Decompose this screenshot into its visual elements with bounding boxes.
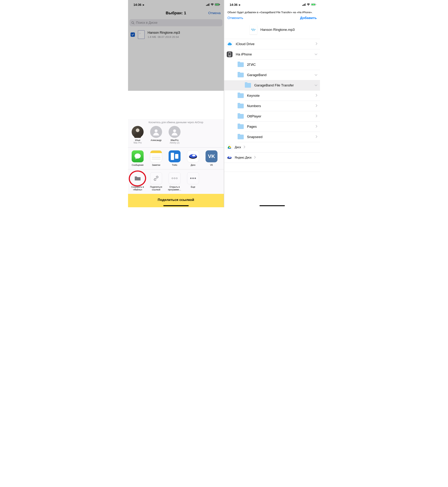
- folder-icon: [238, 104, 244, 108]
- folder-icon: [238, 135, 244, 139]
- more-dots-icon: [187, 172, 199, 184]
- svg-point-22: [194, 178, 196, 179]
- location-icon: ➤: [239, 3, 241, 6]
- share-sheet: Коснитесь для обмена данными через AirDr…: [128, 119, 224, 207]
- chevron-right-icon: [316, 94, 317, 97]
- icloud-drive-row[interactable]: iCloud Drive: [224, 39, 320, 49]
- yandex-disk-icon: [187, 150, 199, 162]
- share-link-action[interactable]: Поделиться ссылкой: [149, 172, 163, 191]
- chevron-right-icon: [316, 104, 317, 108]
- search-input[interactable]: Поиск в Диске: [129, 19, 222, 26]
- location-list: iCloud Drive На iPhone 2ГИС GarageBand: [224, 39, 320, 172]
- search-placeholder: Поиск в Диске: [136, 21, 158, 25]
- file-row[interactable]: Hanson Ringtone.mp3 1.8 МБ 08.07.2019 20…: [128, 27, 224, 42]
- folder-row-garageband-transfer[interactable]: GarageBand File Transfer: [224, 80, 320, 90]
- wifi-icon: [211, 3, 214, 7]
- svg-rect-31: [229, 53, 231, 56]
- folder-icon: [238, 62, 244, 67]
- checkbox-icon[interactable]: [131, 32, 135, 37]
- folder-icon: [238, 124, 244, 129]
- chevron-down-icon: [314, 84, 317, 87]
- right-phone: 14:36 ➤ Объект будет добавлен в «GarageB…: [224, 0, 320, 207]
- yandex-disk-icon: [227, 155, 232, 160]
- airdrop-contacts: Илья Mac Pro Александр iMacPro Alexey (2…: [128, 126, 224, 147]
- cancel-button[interactable]: Отменить: [227, 16, 243, 20]
- share-app-disk[interactable]: Диск: [186, 150, 200, 166]
- svg-point-17: [172, 178, 173, 179]
- svg-point-35: [229, 156, 231, 158]
- status-time: 14:36: [134, 3, 141, 7]
- google-drive-row[interactable]: Диск: [224, 142, 320, 152]
- folder-row-numbers[interactable]: Numbers: [224, 101, 320, 111]
- chevron-down-icon: [314, 73, 317, 77]
- cellular-icon: [206, 3, 210, 7]
- home-indicator[interactable]: [163, 205, 189, 206]
- svg-rect-26: [305, 3, 305, 6]
- airdrop-hint: Коснитесь для обмена данными через AirDr…: [128, 119, 224, 126]
- share-apps: Сообщение Заметки Trello Диск VK VK: [128, 147, 224, 169]
- chevron-right-icon: [254, 156, 256, 159]
- vk-icon: VK: [206, 150, 217, 162]
- audio-file-icon: [249, 25, 257, 34]
- trello-icon: [168, 150, 181, 162]
- cancel-button[interactable]: Отмена: [208, 11, 221, 15]
- svg-point-18: [174, 178, 175, 179]
- airdrop-contact[interactable]: Александр: [149, 126, 163, 144]
- home-indicator[interactable]: [259, 205, 285, 206]
- share-actions: Сохранить в «Файлы» Поделиться ссылкой О…: [128, 169, 224, 194]
- more-dots-outline-icon: [168, 172, 181, 184]
- audio-file-icon: [138, 30, 145, 39]
- cellular-icon: [302, 3, 306, 7]
- svg-point-21: [192, 178, 194, 179]
- share-app-trello[interactable]: Trello: [168, 150, 182, 166]
- chevron-right-icon: [316, 135, 317, 139]
- modal-nav: Отменить Добавить: [224, 15, 320, 24]
- share-app-notes[interactable]: Заметки: [149, 150, 163, 166]
- open-in-action[interactable]: Открыть в программе…: [168, 172, 182, 191]
- file-name: Hanson Ringtone.mp3: [148, 31, 180, 35]
- airdrop-contact[interactable]: Илья Mac Pro: [131, 126, 145, 144]
- icloud-icon: [227, 41, 232, 47]
- airdrop-contact[interactable]: iMacPro Alexey (2): [168, 126, 182, 144]
- share-app-messages[interactable]: Сообщение: [131, 150, 145, 166]
- status-bar-left: 14:36 ➤: [128, 0, 224, 8]
- svg-point-11: [155, 129, 158, 132]
- avatar: [132, 126, 144, 138]
- avatar: [150, 126, 162, 138]
- google-drive-icon: [227, 145, 232, 150]
- folder-icon: [238, 73, 244, 77]
- folder-row-pages[interactable]: Pages: [224, 122, 320, 132]
- messages-icon: [132, 150, 144, 162]
- chevron-right-icon: [316, 114, 317, 118]
- folder-row-2gis[interactable]: 2ГИС: [224, 60, 320, 70]
- svg-point-13: [135, 154, 141, 159]
- share-app-vk[interactable]: VK VK: [204, 150, 219, 166]
- svg-point-32: [229, 56, 230, 56]
- folder-row-ottplayer[interactable]: OttPlayer: [224, 111, 320, 122]
- folder-row-keynote[interactable]: Keynote: [224, 91, 320, 101]
- left-phone: 14:36 ➤ Выбран: 1 Отмена Поиск в Диске: [128, 0, 224, 207]
- more-action[interactable]: Еще: [186, 172, 200, 191]
- svg-point-10: [134, 133, 141, 138]
- folder-icon: [238, 114, 244, 119]
- svg-rect-5: [219, 4, 220, 5]
- folder-row-garageband[interactable]: GarageBand: [224, 70, 320, 80]
- location-icon: ➤: [142, 3, 144, 6]
- search-icon: [131, 21, 135, 24]
- status-bar-right: 14:36 ➤: [224, 0, 320, 8]
- chevron-down-icon: [314, 53, 317, 56]
- folder-row-snapseed[interactable]: Snapseed: [224, 132, 320, 142]
- svg-point-12: [173, 129, 176, 132]
- selection-title: Выбран: 1: [166, 11, 186, 15]
- destination-message: Объект будет добавлен в «GarageBand File…: [224, 8, 320, 15]
- yandex-disk-row[interactable]: Яндекс.Диск: [224, 153, 320, 163]
- svg-point-16: [192, 154, 195, 156]
- chevron-right-icon: [316, 125, 317, 129]
- battery-icon: [311, 3, 316, 7]
- folder-icon: [238, 93, 244, 98]
- svg-line-8: [134, 23, 134, 24]
- file-name: Hanson Ringtone.mp3: [260, 28, 295, 32]
- on-iphone-row[interactable]: На iPhone: [224, 49, 320, 59]
- add-button[interactable]: Добавить: [300, 16, 317, 20]
- link-icon: [150, 172, 162, 184]
